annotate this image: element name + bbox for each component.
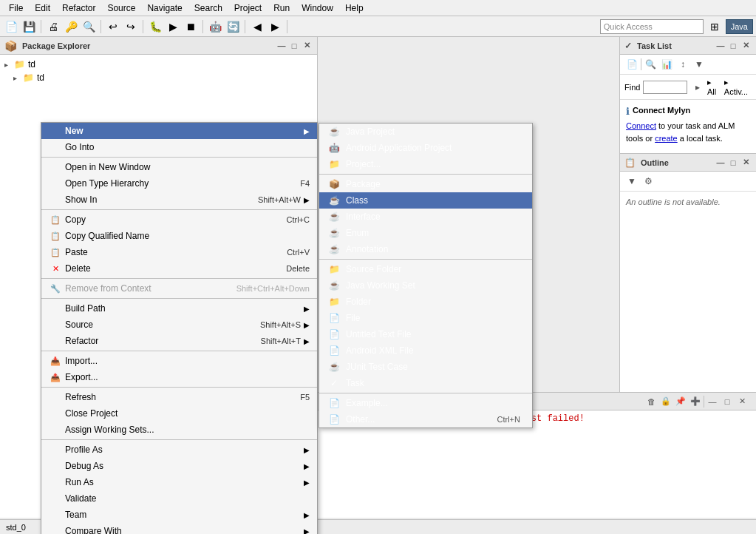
- find-dropdown-btn[interactable]: ▸: [690, 81, 704, 94]
- ctx-delete[interactable]: ✕ Delete Delete: [41, 260, 317, 277]
- submenu-package[interactable]: 📦 Package: [319, 176, 532, 192]
- submenu-java-project[interactable]: ☕ Java Project: [319, 124, 532, 140]
- ctx-build-path[interactable]: Build Path ▶: [41, 300, 317, 317]
- submenu-source-folder[interactable]: 📁 Source Folder: [319, 261, 532, 277]
- menu-project[interactable]: Project: [228, 1, 268, 15]
- task-list-close[interactable]: ✕: [740, 40, 752, 52]
- submenu-enum[interactable]: ☕ Enum: [319, 225, 532, 241]
- task-filter-btn[interactable]: 🔍: [643, 58, 658, 71]
- connect-link[interactable]: Connect: [626, 121, 656, 130]
- menu-window[interactable]: Window: [296, 1, 339, 15]
- ctx-paste[interactable]: 📋 Paste Ctrl+V: [41, 244, 317, 260]
- ctx-profile-as[interactable]: Profile As ▶: [41, 442, 317, 458]
- task-list-minimize[interactable]: —: [715, 40, 726, 52]
- ctx-open-new-window[interactable]: Open in New Window: [41, 159, 317, 175]
- ctx-show-in[interactable]: Show In Shift+Alt+W ▶: [41, 192, 317, 208]
- create-link[interactable]: create: [655, 134, 678, 143]
- prop-btn[interactable]: 🔑: [63, 18, 79, 35]
- console-new-btn[interactable]: ➕: [689, 395, 702, 408]
- find-input[interactable]: [643, 81, 687, 94]
- submenu-other[interactable]: 📄 Other... Ctrl+N: [319, 411, 532, 427]
- package-explorer-close[interactable]: ✕: [301, 40, 313, 52]
- ctx-refresh[interactable]: Refresh F5: [41, 389, 317, 405]
- task-new-btn[interactable]: 📄: [624, 58, 639, 71]
- task-group-btn[interactable]: 📊: [659, 58, 674, 71]
- open-perspective-btn[interactable]: ⊞: [706, 18, 723, 35]
- package-explorer-maximize[interactable]: □: [288, 40, 300, 52]
- redo-btn[interactable]: ↪: [123, 18, 139, 35]
- ctx-run-as[interactable]: Run As ▶: [41, 474, 317, 490]
- task-sort-btn[interactable]: ↕: [675, 58, 690, 71]
- submenu-junit[interactable]: ☕ JUnit Test Case: [319, 359, 532, 375]
- outline-minimize[interactable]: —: [715, 157, 726, 169]
- menu-search[interactable]: Search: [188, 1, 228, 15]
- android-btn[interactable]: 🤖: [207, 18, 223, 35]
- sync-btn[interactable]: 🔄: [225, 18, 241, 35]
- menu-help[interactable]: Help: [339, 1, 370, 15]
- undo-btn[interactable]: ↩: [105, 18, 121, 35]
- ctx-copy[interactable]: 📋 Copy Ctrl+C: [41, 212, 317, 228]
- menu-edit[interactable]: Edit: [29, 1, 56, 15]
- all-label[interactable]: ▸ All: [707, 78, 721, 96]
- ctx-assign-working-sets[interactable]: Assign Working Sets...: [41, 422, 317, 438]
- ctx-validate[interactable]: Validate: [41, 490, 317, 507]
- console-clear-btn[interactable]: 🗑: [644, 395, 658, 408]
- submenu-interface[interactable]: ☕ Interface: [319, 209, 532, 225]
- debug-btn[interactable]: 🐛: [147, 18, 163, 35]
- active-label[interactable]: ▸ Activ...: [724, 78, 752, 96]
- ctx-open-type-hierarchy[interactable]: Open Type Hierarchy F4: [41, 175, 317, 192]
- submenu-file[interactable]: 📄 File: [319, 310, 532, 326]
- submenu-android-app[interactable]: 🤖 Android Application Project: [319, 140, 532, 156]
- console-pin-btn[interactable]: 📌: [674, 395, 687, 408]
- menu-source[interactable]: Source: [101, 1, 141, 15]
- ctx-debug-as[interactable]: Debug As ▶: [41, 458, 317, 474]
- ctx-go-into[interactable]: Go Into: [41, 139, 317, 155]
- submenu-folder[interactable]: 📁 Folder: [319, 294, 532, 310]
- submenu-class[interactable]: ☕ Class: [319, 192, 532, 209]
- submenu-untitled-text[interactable]: 📄 Untitled Text File: [319, 326, 532, 342]
- outline-maximize[interactable]: □: [727, 157, 739, 169]
- submenu-task[interactable]: ✓ Task: [319, 375, 532, 391]
- java-perspective-btn[interactable]: Java: [726, 19, 753, 34]
- menu-navigate[interactable]: Navigate: [141, 1, 188, 15]
- ctx-compare-with[interactable]: Compare With ▶: [41, 523, 317, 534]
- outline-collapse-btn[interactable]: ▼: [624, 175, 639, 188]
- ctx-refactor[interactable]: Refactor Shift+Alt+T ▶: [41, 333, 317, 349]
- console-close[interactable]: ✕: [735, 395, 749, 408]
- submenu-project[interactable]: 📁 Project...: [319, 156, 532, 172]
- console-maximize[interactable]: □: [721, 395, 734, 408]
- ctx-close-project[interactable]: Close Project: [41, 405, 317, 422]
- prev-btn[interactable]: ◀: [249, 18, 265, 35]
- tree-expand-2: ▸: [13, 74, 22, 82]
- tree-item-1[interactable]: ▸ 📁 td: [1, 58, 316, 71]
- submenu-annotation[interactable]: ☕ Annotation: [319, 241, 532, 257]
- next-btn[interactable]: ▶: [267, 18, 283, 35]
- menu-run[interactable]: Run: [268, 1, 296, 15]
- print-btn[interactable]: 🖨: [45, 18, 61, 35]
- console-minimize[interactable]: —: [706, 395, 719, 408]
- task-collapse-btn[interactable]: ▼: [692, 58, 706, 71]
- run-btn[interactable]: ▶: [165, 18, 181, 35]
- task-list-maximize[interactable]: □: [727, 40, 739, 52]
- search-btn[interactable]: 🔍: [81, 18, 97, 35]
- ctx-source[interactable]: Source Shift+Alt+S ▶: [41, 317, 317, 333]
- ctx-copy-qualified[interactable]: 📋 Copy Qualified Name: [41, 228, 317, 244]
- package-explorer-minimize[interactable]: —: [276, 40, 287, 52]
- menu-refactor[interactable]: Refactor: [56, 1, 101, 15]
- console-scroll-lock-btn[interactable]: 🔒: [659, 395, 672, 408]
- submenu-android-xml[interactable]: 📄 Android XML File: [319, 342, 532, 359]
- submenu-example[interactable]: 📄 Example...: [319, 395, 532, 411]
- outline-settings-btn[interactable]: ⚙: [641, 175, 655, 188]
- tree-item-2[interactable]: ▸ 📁 td: [1, 71, 316, 84]
- ctx-new[interactable]: New ▶ ☕ Java Project 🤖 Android Applicati…: [41, 123, 317, 139]
- outline-close[interactable]: ✕: [740, 157, 752, 169]
- submenu-java-working-set[interactable]: ☕ Java Working Set: [319, 277, 532, 294]
- ctx-import[interactable]: 📥 Import...: [41, 353, 317, 369]
- new-btn[interactable]: 📄: [3, 18, 19, 35]
- ctx-team[interactable]: Team ▶: [41, 507, 317, 523]
- quick-access-input[interactable]: Quick Access: [600, 19, 704, 34]
- save-btn[interactable]: 💾: [21, 18, 37, 35]
- ctx-export[interactable]: 📤 Export...: [41, 369, 317, 385]
- stop-btn[interactable]: ⏹: [183, 18, 199, 35]
- menu-file[interactable]: File: [3, 1, 29, 15]
